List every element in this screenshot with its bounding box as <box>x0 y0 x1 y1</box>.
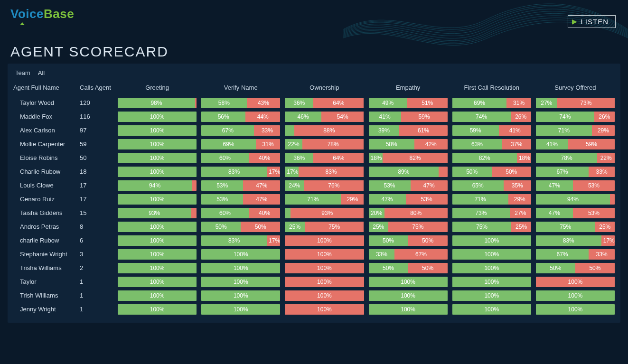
metric-bar[interactable]: 53%47% <box>201 179 280 192</box>
metric-bar[interactable]: 100% <box>285 261 364 275</box>
metric-bar[interactable]: 100% <box>118 124 197 137</box>
agent-name[interactable]: Trish Williams <box>13 289 75 302</box>
metric-bar[interactable]: 74%26% <box>452 110 531 123</box>
metric-bar[interactable]: 82%18% <box>452 151 531 165</box>
metric-bar[interactable]: 83%17% <box>201 165 280 178</box>
metric-bar[interactable]: 58%43% <box>201 96 280 110</box>
col-calls[interactable]: Calls Agent <box>80 81 113 96</box>
metric-bar[interactable]: 100% <box>118 220 197 233</box>
metric-bar[interactable]: 93% <box>118 206 197 220</box>
col-metric-1[interactable]: Verify Name <box>201 81 280 96</box>
metric-bar[interactable]: 100% <box>536 275 615 289</box>
agent-name[interactable]: charlie Rubow <box>13 233 75 247</box>
agent-name[interactable]: Stephanie Wright <box>13 247 75 261</box>
agent-name[interactable]: Andros Petras <box>13 220 75 233</box>
metric-bar[interactable]: 100% <box>452 275 531 289</box>
metric-bar[interactable]: 24%76% <box>285 179 364 192</box>
metric-bar[interactable]: 100% <box>201 261 280 275</box>
metric-bar[interactable]: 100% <box>118 275 197 289</box>
metric-bar[interactable]: 36%64% <box>285 151 364 165</box>
metric-bar[interactable]: 71%29% <box>452 193 531 206</box>
metric-bar[interactable]: 25%75% <box>285 220 364 233</box>
metric-bar[interactable]: 47%53% <box>536 206 615 220</box>
metric-bar[interactable]: 100% <box>201 303 280 316</box>
metric-bar[interactable]: 22%78% <box>285 138 364 151</box>
agent-name[interactable]: Maddie Fox <box>13 110 75 123</box>
metric-bar[interactable]: 18%82% <box>369 151 448 165</box>
metric-bar[interactable]: 41%59% <box>536 138 615 151</box>
metric-bar[interactable]: 83%17% <box>536 234 615 247</box>
metric-bar[interactable]: 41%59% <box>369 110 448 123</box>
metric-bar[interactable]: 100% <box>118 289 197 302</box>
metric-bar[interactable]: 36%64% <box>285 96 364 110</box>
metric-bar[interactable]: 100% <box>118 138 197 151</box>
metric-bar[interactable]: 53%47% <box>201 193 280 206</box>
agent-name[interactable]: Taylor Wood <box>13 96 75 110</box>
metric-bar[interactable]: 100% <box>536 289 615 302</box>
agent-name[interactable]: Eloise Robins <box>13 151 75 165</box>
metric-bar[interactable]: 71%29% <box>536 124 615 137</box>
metric-bar[interactable]: 100% <box>452 289 531 302</box>
metric-bar[interactable]: 75%25% <box>536 220 615 233</box>
agent-name[interactable]: Genaro Ruiz <box>13 192 75 206</box>
metric-bar[interactable]: 83%17% <box>201 234 280 247</box>
metric-bar[interactable]: 100% <box>118 234 197 247</box>
metric-bar[interactable]: 89% <box>369 165 448 178</box>
metric-bar[interactable]: 100% <box>285 289 364 302</box>
col-metric-2[interactable]: Ownership <box>285 81 364 96</box>
metric-bar[interactable]: 50%50% <box>369 261 448 275</box>
metric-bar[interactable]: 65%35% <box>452 179 531 192</box>
metric-bar[interactable]: 50%50% <box>452 165 531 178</box>
metric-bar[interactable]: 94% <box>536 193 615 206</box>
metric-bar[interactable]: 50%50% <box>369 234 448 247</box>
metric-bar[interactable]: 50%50% <box>201 220 280 233</box>
metric-bar[interactable]: 100% <box>118 193 197 206</box>
col-metric-3[interactable]: Empathy <box>369 81 448 96</box>
metric-bar[interactable]: 69%31% <box>201 138 280 151</box>
agent-name[interactable]: Louis Clowe <box>13 178 75 192</box>
metric-bar[interactable]: 78%22% <box>536 151 615 165</box>
metric-bar[interactable]: 100% <box>285 303 364 316</box>
agent-name[interactable]: Charlie Rubow <box>13 165 75 178</box>
metric-bar[interactable]: 27%73% <box>536 96 615 110</box>
metric-bar[interactable]: 71%29% <box>285 193 364 206</box>
col-agent[interactable]: Agent Full Name <box>13 81 75 96</box>
metric-bar[interactable]: 100% <box>369 303 448 316</box>
metric-bar[interactable]: 88% <box>285 124 364 137</box>
metric-bar[interactable]: 100% <box>369 275 448 289</box>
metric-bar[interactable]: 100% <box>452 261 531 275</box>
metric-bar[interactable]: 100% <box>118 165 197 178</box>
metric-bar[interactable]: 33%67% <box>369 248 448 261</box>
col-metric-0[interactable]: Greeting <box>118 81 197 96</box>
metric-bar[interactable]: 67%33% <box>536 165 615 178</box>
metric-bar[interactable]: 20%80% <box>369 206 448 220</box>
agent-name[interactable]: Taylor <box>13 275 75 289</box>
metric-bar[interactable]: 63%37% <box>452 138 531 151</box>
metric-bar[interactable]: 47%53% <box>369 193 448 206</box>
metric-bar[interactable]: 100% <box>118 261 197 275</box>
metric-bar[interactable]: 100% <box>118 303 197 316</box>
metric-bar[interactable]: 100% <box>201 275 280 289</box>
agent-name[interactable]: Alex Carlson <box>13 123 75 137</box>
agent-name[interactable]: Jenny Wright <box>13 302 75 316</box>
metric-bar[interactable]: 100% <box>452 248 531 261</box>
metric-bar[interactable]: 17%83% <box>285 165 364 178</box>
metric-bar[interactable]: 50%50% <box>536 261 615 275</box>
metric-bar[interactable]: 100% <box>452 234 531 247</box>
metric-bar[interactable]: 100% <box>285 275 364 289</box>
metric-bar[interactable]: 53%47% <box>369 179 448 192</box>
metric-bar[interactable]: 100% <box>452 303 531 316</box>
metric-bar[interactable]: 59%41% <box>452 124 531 137</box>
metric-bar[interactable]: 74%26% <box>536 110 615 123</box>
metric-bar[interactable]: 100% <box>285 234 364 247</box>
metric-bar[interactable]: 46%54% <box>285 110 364 123</box>
metric-bar[interactable]: 49%51% <box>369 96 448 110</box>
col-metric-4[interactable]: First Call Resolution <box>452 81 531 96</box>
metric-bar[interactable]: 94% <box>118 179 197 192</box>
metric-bar[interactable]: 58%42% <box>369 138 448 151</box>
metric-bar[interactable]: 100% <box>536 303 615 316</box>
metric-bar[interactable]: 100% <box>201 289 280 302</box>
agent-name[interactable]: Mollie Carpenter <box>13 137 75 151</box>
metric-bar[interactable]: 69%31% <box>452 96 531 110</box>
agent-name[interactable]: Trisha Williams <box>13 261 75 275</box>
